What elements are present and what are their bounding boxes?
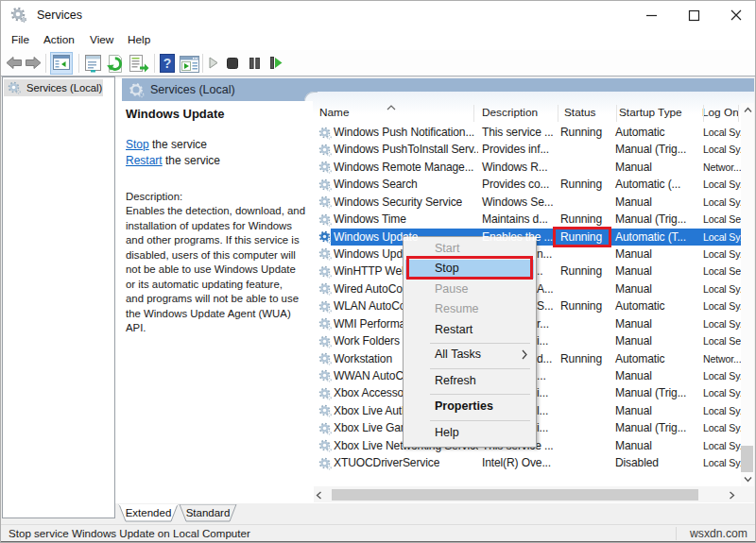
svg-text:?: ? xyxy=(163,56,172,71)
